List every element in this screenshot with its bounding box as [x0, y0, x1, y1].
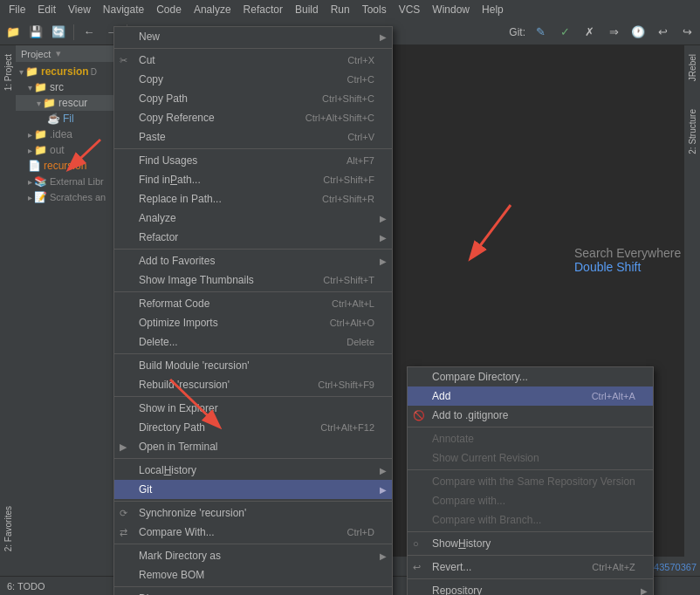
menu-replace-in-path[interactable]: Replace in Path...Ctrl+Shift+R — [114, 189, 392, 209]
toolbar-open[interactable]: 📁 — [3, 23, 23, 42]
menu-analyze[interactable]: Analyze — [189, 2, 237, 17]
menu-analyze[interactable]: Analyze▶ — [114, 209, 392, 228]
sync-icon: ⟳ — [120, 508, 127, 519]
search-everywhere-text: Search Everywhere — [574, 246, 681, 260]
git-sep5 — [408, 578, 653, 579]
git-clock-icon[interactable]: 🕐 — [628, 23, 648, 42]
sep10 — [114, 586, 392, 587]
sep7 — [114, 458, 392, 459]
menubar: File Edit View Navigate Code Analyze Ref… — [0, 0, 700, 19]
git-compare-with: Compare with... — [408, 491, 653, 510]
menu-window[interactable]: Window — [427, 2, 475, 17]
context-menu-git: Compare Directory... AddCtrl+Alt+A 🚫 Add… — [407, 366, 654, 595]
menu-mark-directory-as[interactable]: Mark Directory as▶ — [114, 546, 392, 565]
menu-navigate[interactable]: Navigate — [98, 2, 149, 17]
right-side-panel: JRebel 2: Structure — [684, 45, 700, 557]
menu-compare-with[interactable]: ⇄ Compare With...Ctrl+D — [114, 523, 392, 542]
menu-show-in-explorer[interactable]: Show in Explorer — [114, 399, 392, 418]
git-sep4 — [408, 555, 653, 556]
menu-diagrams[interactable]: Diagrams▶ — [114, 589, 392, 595]
sep3 — [114, 249, 392, 250]
toolbar-back[interactable]: ← — [79, 23, 99, 42]
menu-add-to-favorites[interactable]: Add to Favorites▶ — [114, 251, 392, 270]
menu-show-image-thumbnails[interactable]: Show Image ThumbnailsCtrl+Shift+T — [114, 270, 392, 290]
git-add[interactable]: AddCtrl+Alt+A — [408, 386, 653, 406]
git-redo-icon[interactable]: ↪ — [677, 23, 697, 42]
tab-project[interactable]: 1: Project — [2, 49, 15, 96]
project-label: Project — [21, 49, 51, 59]
git-revert[interactable]: ↩ Revert...Ctrl+Alt+Z — [408, 557, 653, 577]
tab-favorites[interactable]: 2: Favorites — [2, 501, 15, 557]
sep4 — [114, 291, 392, 292]
git-compare-directory[interactable]: Compare Directory... — [408, 367, 653, 386]
menu-copy-reference[interactable]: Copy ReferenceCtrl+Alt+Shift+C — [114, 108, 392, 127]
menu-build[interactable]: Build — [290, 2, 324, 17]
menu-new[interactable]: ▶New — [114, 27, 392, 46]
tab-jrebel[interactable]: JRebel — [686, 49, 699, 86]
git-repository[interactable]: Repository▶ — [408, 581, 653, 595]
sep2 — [114, 148, 392, 149]
git-x-icon[interactable]: ✗ — [580, 23, 599, 42]
menu-build-module[interactable]: Build Module 'recursion' — [114, 356, 392, 375]
menu-open-in-terminal[interactable]: ▶ Open in Terminal — [114, 437, 392, 456]
menu-find-in-path[interactable]: Find in Path...Ctrl+Shift+F — [114, 170, 392, 189]
menu-reformat-code[interactable]: Reformat CodeCtrl+Alt+L — [114, 294, 392, 313]
menu-help[interactable]: Help — [477, 2, 509, 17]
git-add-to-gitignore[interactable]: 🚫 Add to .gitignore — [408, 406, 653, 425]
menu-run[interactable]: Run — [326, 2, 355, 17]
tab-structure[interactable]: 2: Structure — [686, 104, 699, 160]
git-toolbar-right: Git: ✎ ✓ ✗ ⇒ 🕐 ↩ ↪ — [509, 23, 697, 42]
git-sep3 — [408, 531, 653, 532]
menu-delete[interactable]: Delete...Delete — [114, 332, 392, 352]
menu-directory-path[interactable]: Directory PathCtrl+Alt+F12 — [114, 418, 392, 437]
git-undo-icon[interactable]: ↩ — [653, 23, 672, 42]
terminal-icon: ▶ — [120, 441, 127, 453]
git-compare-same-repo: Compare with the Same Repository Version — [408, 472, 653, 491]
menu-optimize-imports[interactable]: Optimize ImportsCtrl+Alt+O — [114, 313, 392, 332]
sep8 — [114, 501, 392, 502]
sep6 — [114, 396, 392, 397]
menu-vcs[interactable]: VCS — [394, 2, 426, 17]
menu-code[interactable]: Code — [151, 2, 187, 17]
git-label: Git: — [509, 26, 525, 38]
git-annotate: Annotate — [408, 429, 653, 448]
git-show-current-revision: Show Current Revision — [408, 448, 653, 468]
menu-paste[interactable]: PasteCtrl+V — [114, 127, 392, 147]
menu-refactor[interactable]: Refactor▶ — [114, 228, 392, 247]
sep9 — [114, 544, 392, 544]
menu-tools[interactable]: Tools — [357, 2, 392, 17]
history-icon: ○ — [413, 538, 419, 549]
cut-icon: ✂ — [120, 55, 127, 66]
git-sep2 — [408, 469, 653, 470]
sep1 — [114, 48, 392, 49]
sep5 — [114, 353, 392, 354]
compare-icon: ⇄ — [120, 527, 127, 538]
menu-copy[interactable]: CopyCtrl+C — [114, 70, 392, 89]
git-compare-with-branch: Compare with Branch... — [408, 510, 653, 530]
menu-edit[interactable]: Edit — [32, 2, 61, 17]
git-arrow-icon[interactable]: ⇒ — [604, 23, 623, 42]
git-edit-icon[interactable]: ✎ — [531, 23, 550, 42]
menu-view[interactable]: View — [63, 2, 96, 17]
toolbar-save[interactable]: 💾 — [26, 23, 45, 42]
menu-find-usages[interactable]: Find UsagesAlt+F7 — [114, 151, 392, 170]
context-menu-main: ▶New ✂ CutCtrl+X CopyCtrl+C Copy PathCtr… — [113, 26, 393, 595]
revert-icon: ↩ — [413, 562, 421, 573]
todo-status[interactable]: 6: TODO — [7, 581, 45, 592]
menu-remove-bom[interactable]: Remove BOM — [114, 565, 392, 585]
toolbar-sync[interactable]: 🔄 — [49, 23, 68, 42]
menu-git[interactable]: Git▶ — [114, 480, 392, 499]
menu-file[interactable]: File — [3, 2, 31, 17]
menu-cut[interactable]: ✂ CutCtrl+X — [114, 51, 392, 70]
menu-rebuild[interactable]: Rebuild 'rescursion'Ctrl+Shift+F9 — [114, 375, 392, 394]
git-check-icon[interactable]: ✓ — [555, 23, 574, 42]
menu-synchronize[interactable]: ⟳ Synchronize 'recursion' — [114, 503, 392, 523]
menu-local-history[interactable]: Local History▶ — [114, 461, 392, 480]
menu-copy-path[interactable]: Copy PathCtrl+Shift+C — [114, 89, 392, 108]
toolbar-separator — [73, 24, 74, 40]
project-dropdown-icon[interactable]: ▾ — [56, 48, 61, 59]
search-hint: Search Everywhere Double Shift — [574, 246, 684, 274]
git-sep1 — [408, 427, 653, 427]
git-show-history[interactable]: ○ Show History — [408, 534, 653, 553]
menu-refactor[interactable]: Refactor — [238, 2, 288, 17]
